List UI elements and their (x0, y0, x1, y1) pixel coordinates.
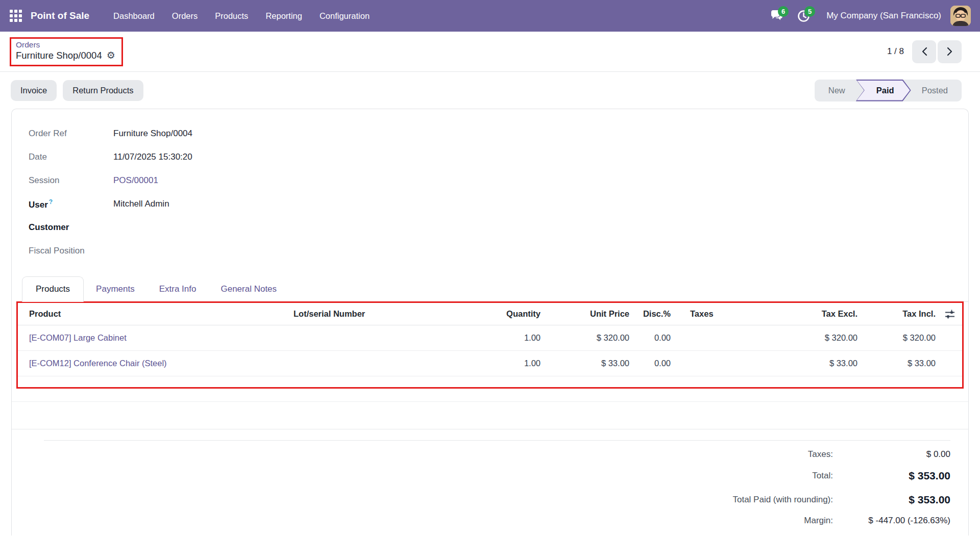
col-header-taxes[interactable]: Taxes (673, 309, 758, 319)
table-empty-space (18, 376, 962, 387)
total-label: Total: (44, 471, 833, 481)
status-step-paid-label: Paid (856, 86, 911, 95)
status-step-paid[interactable]: Paid (856, 80, 911, 101)
pager-next-button[interactable] (938, 40, 962, 63)
field-value-session-link[interactable]: POS/00001 (113, 175, 158, 186)
tab-pane-bottom (12, 402, 968, 429)
total-row-paid: Total Paid (with rounding): $ 353.00 (44, 488, 950, 512)
col-header-tax-incl[interactable]: Tax Incl. (860, 309, 938, 319)
cell-unit-price: $ 33.00 (543, 359, 631, 368)
total-row-taxes: Taxes: $ 0.00 (44, 445, 950, 464)
total-value: $ 353.00 (833, 494, 950, 506)
col-header-disc[interactable]: Disc.% (631, 309, 673, 319)
status-step-new[interactable]: New (815, 80, 859, 101)
field-label-session: Session (29, 175, 104, 186)
field-customer: Customer (29, 216, 968, 239)
messages-badge: 6 (778, 6, 789, 17)
field-label-date: Date (29, 152, 104, 162)
nav-item-products[interactable]: Products (206, 7, 257, 25)
chevron-left-icon (921, 47, 927, 56)
field-order-ref: Order Ref Furniture Shop/0004 (29, 122, 968, 145)
tab-general-notes[interactable]: General Notes (208, 277, 289, 301)
status-step-posted[interactable]: Posted (908, 80, 962, 101)
cell-quantity: 1.00 (467, 359, 543, 368)
messages-button[interactable]: 6 (766, 5, 788, 27)
pager-previous-button[interactable] (912, 40, 936, 63)
help-question-icon: ? (49, 198, 53, 206)
total-value: $ 353.00 (833, 470, 950, 482)
field-value-user[interactable]: Mitchell Admin (113, 199, 169, 209)
activities-button[interactable]: 5 (793, 5, 814, 27)
form-sheet: Order Ref Furniture Shop/0004 Date 11/07… (11, 109, 969, 535)
table-row[interactable]: [E-COM07] Large Cabinet 1.00 $ 320.00 0.… (18, 325, 962, 351)
col-header-product[interactable]: Product (18, 309, 293, 319)
cell-tax-excl: $ 33.00 (758, 359, 860, 368)
app-name[interactable]: Point of Sale (31, 10, 89, 21)
col-header-tax-excl[interactable]: Tax Excl. (758, 309, 860, 319)
annotation-breadcrumb-box: Orders Furniture Shop/0004 ⚙ (10, 37, 123, 66)
action-buttons: Invoice Return Products (11, 80, 143, 101)
apps-grid-icon[interactable] (8, 8, 23, 23)
breadcrumb-orders-link[interactable]: Orders (16, 40, 40, 49)
activities-badge: 5 (804, 6, 815, 17)
cell-unit-price: $ 320.00 (543, 333, 631, 343)
field-label-user: User? (29, 198, 104, 210)
nav-item-dashboard[interactable]: Dashboard (105, 7, 163, 25)
total-row-total: Total: $ 353.00 (44, 464, 950, 488)
total-label: Taxes: (44, 449, 833, 460)
table-header-row: Product Lot/serial Number Quantity Unit … (18, 303, 962, 325)
field-label-fiscal-position: Fiscal Position (29, 246, 104, 256)
field-label-user-text: User (29, 199, 48, 209)
annotation-table-box: Product Lot/serial Number Quantity Unit … (16, 301, 964, 389)
breadcrumb: Furniture Shop/0004 ⚙ (16, 50, 115, 61)
invoice-button[interactable]: Invoice (11, 80, 57, 101)
col-header-lot-serial[interactable]: Lot/serial Number (293, 309, 467, 319)
tab-payments[interactable]: Payments (84, 277, 147, 301)
navbar-left: Point of Sale Dashboard Orders Products … (8, 7, 378, 25)
pager-value[interactable]: 1 / 8 (887, 46, 904, 57)
cell-product: [E-COM12] Conference Chair (Steel) (18, 359, 293, 368)
field-session: Session POS/00001 (29, 169, 968, 192)
notebook-tabs: Products Payments Extra Info General Not… (22, 275, 968, 302)
field-user: User? Mitchell Admin (29, 192, 968, 216)
settings-gear-icon[interactable]: ⚙ (107, 50, 115, 60)
tab-extra-info[interactable]: Extra Info (147, 277, 209, 301)
chevron-right-icon (947, 47, 953, 56)
user-avatar[interactable] (950, 6, 971, 26)
field-label-order-ref: Order Ref (29, 129, 104, 139)
cell-tax-excl: $ 320.00 (758, 333, 860, 343)
cell-product: [E-COM07] Large Cabinet (18, 333, 293, 343)
product-link[interactable]: [E-COM12] Conference Chair (Steel) (29, 359, 167, 368)
company-switcher[interactable]: My Company (San Francisco) (826, 11, 941, 21)
optional-columns-button[interactable] (938, 310, 960, 319)
nav-item-reporting[interactable]: Reporting (257, 7, 311, 25)
breadcrumb-current: Furniture Shop/0004 (16, 50, 102, 61)
totals-block: Taxes: $ 0.00 Total: $ 353.00 Total Paid… (44, 440, 950, 530)
top-navbar: Point of Sale Dashboard Orders Products … (0, 0, 980, 32)
statusbar: New Paid Posted (815, 80, 962, 101)
pager: 1 / 8 (887, 40, 962, 63)
cell-disc: 0.00 (631, 359, 673, 368)
navbar-systray: 6 5 My Company (San Francisco) (766, 5, 971, 27)
control-panel: Orders Furniture Shop/0004 ⚙ 1 / 8 (0, 32, 980, 72)
pager-buttons (912, 40, 962, 63)
field-group: Order Ref Furniture Shop/0004 Date 11/07… (12, 109, 968, 263)
sliders-icon (945, 310, 955, 319)
tab-products[interactable]: Products (22, 276, 84, 302)
field-fiscal-position: Fiscal Position (29, 239, 968, 263)
col-header-quantity[interactable]: Quantity (467, 309, 543, 319)
table-row[interactable]: [E-COM12] Conference Chair (Steel) 1.00 … (18, 351, 962, 376)
cell-tax-incl: $ 33.00 (860, 359, 938, 368)
nav-item-orders[interactable]: Orders (163, 7, 206, 25)
field-value-date[interactable]: 11/07/2025 15:30:20 (113, 152, 192, 162)
action-row: Invoice Return Products New Paid Posted (0, 72, 980, 109)
return-products-button[interactable]: Return Products (63, 80, 143, 101)
cell-tax-incl: $ 320.00 (860, 333, 938, 343)
nav-item-configuration[interactable]: Configuration (311, 7, 378, 25)
total-label: Total Paid (with rounding): (44, 495, 833, 505)
col-header-unit-price[interactable]: Unit Price (543, 309, 631, 319)
total-row-margin: Margin: $ -447.00 (-126.63%) (44, 512, 950, 530)
total-value: $ 0.00 (833, 449, 950, 460)
product-link[interactable]: [E-COM07] Large Cabinet (29, 333, 127, 342)
field-value-order-ref[interactable]: Furniture Shop/0004 (113, 129, 192, 139)
